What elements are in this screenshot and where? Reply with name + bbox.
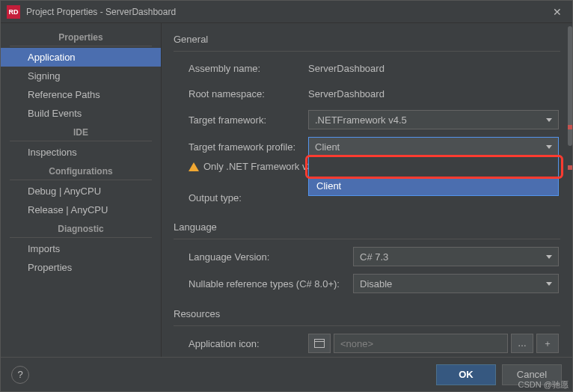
warning-icon — [189, 162, 199, 171]
watermark: CSDN @驰愿 — [518, 379, 569, 391]
nullable-dropdown[interactable]: Disable — [353, 274, 559, 293]
help-button[interactable]: ? — [11, 366, 29, 384]
row-root-namespace: Root namespace: ServerDashboard — [174, 85, 565, 102]
sidebar-item-build-events[interactable]: Build Events — [1, 104, 161, 123]
titlebar[interactable]: RD Project Properties - ServerDashboard … — [1, 1, 572, 23]
sidebar-item-signing[interactable]: Signing — [1, 67, 161, 85]
target-profile-dropdown[interactable]: Client — [308, 137, 559, 156]
section-resources-title: Resources — [174, 305, 560, 326]
close-icon[interactable]: ✕ — [548, 6, 566, 18]
section-language-title: Language — [174, 218, 560, 239]
section-resources: Resources Application icon: <none> … ＋ — [174, 305, 565, 353]
sidebar-item-inspections[interactable]: Inspections — [1, 143, 161, 162]
chevron-down-icon — [546, 282, 552, 286]
nullable-value: Disable — [360, 278, 392, 290]
row-target-profile: Target framework profile: Client Client — [174, 137, 565, 156]
warning-text: Only .NET Framework v3 — [203, 161, 313, 172]
appicon-label: Application icon: — [174, 338, 308, 349]
sidebar-item-imports[interactable]: Imports — [1, 239, 161, 258]
window-body: Properties Application Signing Reference… — [1, 23, 572, 357]
appicon-preview-button[interactable] — [308, 334, 331, 353]
appicon-add-button[interactable]: ＋ — [536, 334, 559, 353]
target-framework-label: Target framework: — [174, 114, 308, 126]
language-version-value: C# 7.3 — [360, 251, 388, 263]
sidebar-item-debug[interactable]: Debug | AnyCPU — [1, 182, 161, 200]
chevron-down-icon — [546, 118, 552, 122]
root-namespace-value[interactable]: ServerDashboard — [308, 88, 559, 99]
target-profile-dropdown-panel: Client — [308, 156, 559, 196]
chevron-down-icon — [546, 255, 552, 259]
svg-rect-0 — [315, 340, 325, 348]
scrollbar-marker — [568, 125, 572, 129]
content: General Assembly name: ServerDashboard R… — [162, 23, 568, 357]
root-namespace-label: Root namespace: — [174, 88, 308, 99]
target-framework-value: .NETFramework v4.5 — [315, 114, 407, 126]
output-type-label: Output type: — [174, 192, 308, 203]
sidebar-item-release[interactable]: Release | AnyCPU — [1, 200, 161, 219]
row-appicon: Application icon: <none> … ＋ — [174, 334, 565, 353]
footer: ? OK Cancel — [1, 357, 572, 391]
target-framework-dropdown[interactable]: .NETFramework v4.5 — [308, 110, 559, 129]
category-header-properties: Properties — [10, 28, 152, 46]
sidebar-item-application[interactable]: Application — [1, 48, 161, 67]
sidebar-item-properties[interactable]: Properties — [1, 258, 161, 277]
ok-button[interactable]: OK — [436, 364, 496, 385]
section-language: Language Language Version: C# 7.3 Nullab… — [174, 218, 565, 293]
category-header-ide: IDE — [10, 123, 152, 141]
row-language-version: Language Version: C# 7.3 — [174, 247, 565, 266]
app-icon: RD — [7, 5, 20, 19]
target-profile-value: Client — [315, 141, 340, 153]
assembly-name-label: Assembly name: — [174, 63, 308, 74]
sidebar-item-reference-paths[interactable]: Reference Paths — [1, 85, 161, 104]
sidebar: Properties Application Signing Reference… — [1, 23, 162, 357]
assembly-name-value[interactable]: ServerDashboard — [308, 63, 559, 74]
dropdown-option-client[interactable]: Client — [309, 177, 558, 195]
chevron-down-icon — [546, 145, 552, 149]
category-header-configurations: Configurations — [10, 162, 152, 180]
project-properties-window: RD Project Properties - ServerDashboard … — [0, 0, 573, 392]
scrollbar[interactable] — [568, 23, 572, 357]
row-target-framework: Target framework: .NETFramework v4.5 — [174, 110, 565, 129]
scrollbar-marker — [568, 165, 572, 170]
appicon-browse-button[interactable]: … — [511, 334, 533, 353]
nullable-label: Nullable reference types (C# 8.0+): — [174, 278, 353, 290]
category-header-diagnostic: Diagnostic — [10, 219, 152, 238]
language-version-dropdown[interactable]: C# 7.3 — [353, 247, 559, 266]
section-general-title: General — [174, 31, 560, 52]
dropdown-option-empty[interactable] — [309, 157, 558, 177]
row-nullable: Nullable reference types (C# 8.0+): Disa… — [174, 274, 565, 293]
language-version-label: Language Version: — [174, 251, 353, 263]
window-title: Project Properties - ServerDashboard — [26, 7, 548, 17]
content-wrap: General Assembly name: ServerDashboard R… — [162, 23, 572, 357]
target-profile-label: Target framework profile: — [174, 141, 308, 153]
window-icon — [314, 339, 325, 348]
row-assembly-name: Assembly name: ServerDashboard — [174, 59, 565, 77]
appicon-path-input[interactable]: <none> — [334, 334, 508, 353]
section-general: General Assembly name: ServerDashboard R… — [174, 31, 565, 206]
